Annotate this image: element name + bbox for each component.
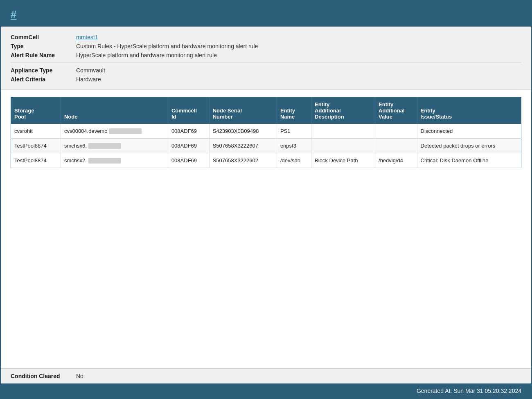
col-commcell-id: CommcellId [168, 97, 209, 124]
cell-commcell-id: 008ADF69 [168, 153, 209, 168]
cell-node-text: smchsx2. [64, 157, 87, 164]
page-title-link[interactable]: # [11, 8, 16, 20]
cell-node: smchsx2. [61, 153, 168, 168]
commcell-label: CommCell [11, 34, 76, 40]
cell-entity-issue-status: Detected packet drops or errors [417, 139, 521, 153]
info-divider [11, 63, 521, 63]
alert-rule-name-row: Alert Rule Name HyperScale platform and … [11, 52, 521, 58]
cell-commcell-id: 008ADF69 [168, 124, 209, 139]
page-wrapper: # CommCell mmtest1 Type Custom Rules - H… [0, 0, 532, 399]
appliance-type-value: Commvault [76, 67, 105, 74]
cell-entity-additional-description [311, 139, 375, 153]
cell-entity-additional-value [375, 124, 417, 139]
appliance-type-row: Appliance Type Commvault [11, 67, 521, 74]
condition-row: Condition Cleared No [11, 373, 521, 379]
alert-criteria-row: Alert Criteria Hardware [11, 76, 521, 83]
cell-node: cvs00004.devemc [61, 124, 168, 139]
alert-rule-name-value: HyperScale platform and hardware monitor… [76, 52, 217, 58]
condition-label: Condition Cleared [11, 373, 76, 379]
commcell-link[interactable]: mmtest1 [76, 34, 98, 40]
cell-node-serial: S507658X3222602 [209, 153, 277, 168]
table-row: TestPool8874smchsx2.008ADF69S507658X3222… [11, 153, 521, 168]
generated-at: Generated At: Sun Mar 31 05:20:32 2024 [417, 388, 521, 394]
cell-node-text: smchsx6. [64, 143, 87, 149]
cell-storage-pool: TestPool8874 [11, 139, 61, 153]
table-header-row: StoragePool Node CommcellId Node SerialN… [11, 97, 521, 124]
cell-entity-issue-status: Critical: Disk Daemon Offline [417, 153, 521, 168]
redacted-node [109, 128, 142, 134]
cell-storage-pool: cvsrohit [11, 124, 61, 139]
page-footer: Generated At: Sun Mar 31 05:20:32 2024 [1, 383, 531, 398]
cell-entity-additional-description: Block Device Path [311, 153, 375, 168]
commcell-value: mmtest1 [76, 34, 98, 40]
col-entity-additional-description: EntityAdditionalDescription [311, 97, 375, 124]
condition-section: Condition Cleared No [1, 368, 531, 383]
type-label: Type [11, 43, 76, 49]
page-header: # [1, 1, 531, 27]
redacted-node [88, 158, 121, 164]
alert-table: StoragePool Node CommcellId Node SerialN… [11, 97, 521, 168]
col-storage-pool: StoragePool [11, 97, 61, 124]
table-row: cvsrohitcvs00004.devemc008ADF69S423903X0… [11, 124, 521, 139]
cell-storage-pool: TestPool8874 [11, 153, 61, 168]
cell-entity-additional-value: /hedvig/d4 [375, 153, 417, 168]
cell-node: smchsx6. [61, 139, 168, 153]
table-row: TestPool8874smchsx6.008ADF69S507658X3222… [11, 139, 521, 153]
cell-entity-name: enpsf3 [277, 139, 311, 153]
alert-criteria-label: Alert Criteria [11, 76, 76, 83]
cell-entity-issue-status: Disconnected [417, 124, 521, 139]
cell-entity-additional-value [375, 139, 417, 153]
cell-node-text: cvs00004.devemc [64, 128, 107, 134]
redacted-node [88, 143, 121, 149]
commcell-row: CommCell mmtest1 [11, 34, 521, 40]
appliance-type-label: Appliance Type [11, 67, 76, 74]
col-entity-name: EntityName [277, 97, 311, 124]
table-section: StoragePool Node CommcellId Node SerialN… [1, 90, 531, 368]
col-entity-additional-value: EntityAdditionalValue [375, 97, 417, 124]
cell-commcell-id: 008ADF69 [168, 139, 209, 153]
cell-node-serial: S423903X0B09498 [209, 124, 277, 139]
cell-node-serial: S507658X3222607 [209, 139, 277, 153]
col-entity-issue-status: EntityIssue/Status [417, 97, 521, 124]
type-value: Custom Rules - HyperScale platform and h… [76, 43, 258, 49]
alert-rule-name-label: Alert Rule Name [11, 52, 76, 58]
type-row: Type Custom Rules - HyperScale platform … [11, 43, 521, 49]
cell-entity-additional-description [311, 124, 375, 139]
condition-value: No [76, 373, 83, 379]
alert-criteria-value: Hardware [76, 76, 101, 83]
info-section: CommCell mmtest1 Type Custom Rules - Hyp… [1, 27, 531, 90]
cell-entity-name: PS1 [277, 124, 311, 139]
col-node: Node [61, 97, 168, 124]
col-node-serial: Node SerialNumber [209, 97, 277, 124]
cell-entity-name: /dev/sdb [277, 153, 311, 168]
